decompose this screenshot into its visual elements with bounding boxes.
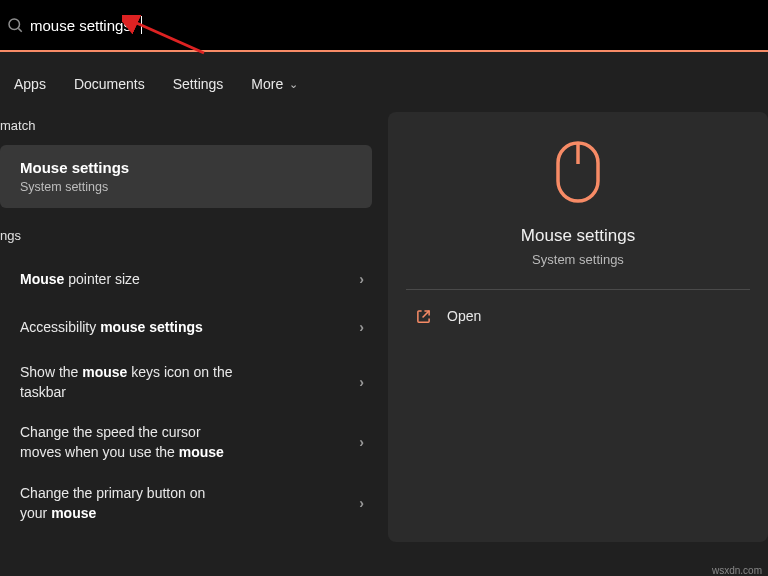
- result-text: Change the primary button on your mouse: [20, 483, 221, 524]
- search-icon: [6, 16, 24, 34]
- tab-documents[interactable]: Documents: [74, 76, 145, 92]
- chevron-right-icon: ›: [359, 495, 364, 511]
- svg-line-1: [18, 28, 21, 31]
- open-label: Open: [447, 308, 481, 324]
- chevron-right-icon: ›: [359, 374, 364, 390]
- result-text: Change the speed the cursor moves when y…: [20, 422, 240, 463]
- result-mouse-pointer-size[interactable]: Mouse pointer size ›: [0, 255, 382, 303]
- search-bar: [0, 0, 768, 50]
- result-primary-button[interactable]: Change the primary button on your mouse …: [0, 473, 382, 534]
- tab-apps[interactable]: Apps: [14, 76, 46, 92]
- chevron-right-icon: ›: [359, 319, 364, 335]
- result-text: Show the mouse keys icon on the taskbar: [20, 362, 248, 403]
- section-settings-label: ngs: [0, 222, 382, 255]
- section-best-match-label: match: [0, 112, 382, 145]
- open-action[interactable]: Open: [388, 290, 768, 342]
- results-panel: match Mouse settings System settings ngs…: [0, 112, 388, 542]
- result-cursor-speed[interactable]: Change the speed the cursor moves when y…: [0, 412, 382, 473]
- chevron-down-icon: ⌄: [289, 78, 298, 91]
- result-accessibility-mouse-settings[interactable]: Accessibility mouse settings ›: [0, 303, 382, 351]
- chevron-right-icon: ›: [359, 434, 364, 450]
- result-show-mouse-keys-icon[interactable]: Show the mouse keys icon on the taskbar …: [0, 352, 382, 413]
- result-text: Accessibility mouse settings: [20, 317, 219, 337]
- tab-settings[interactable]: Settings: [173, 76, 224, 92]
- svg-point-0: [9, 19, 20, 30]
- best-match-subtitle: System settings: [20, 180, 358, 194]
- search-input[interactable]: [30, 16, 142, 34]
- watermark: wsxdn.com: [712, 565, 762, 576]
- preview-subtitle: System settings: [532, 252, 624, 267]
- result-text: Mouse pointer size: [20, 269, 156, 289]
- chevron-right-icon: ›: [359, 271, 364, 287]
- tab-more[interactable]: More ⌄: [251, 76, 298, 92]
- mouse-icon: [555, 140, 601, 204]
- best-match-title: Mouse settings: [20, 159, 358, 176]
- preview-title: Mouse settings: [521, 226, 635, 246]
- open-external-icon: [416, 309, 431, 324]
- best-match-result[interactable]: Mouse settings System settings: [0, 145, 372, 208]
- tab-more-label: More: [251, 76, 283, 92]
- filter-tabs: Apps Documents Settings More ⌄: [0, 52, 768, 112]
- preview-pane: Mouse settings System settings Open: [388, 112, 768, 542]
